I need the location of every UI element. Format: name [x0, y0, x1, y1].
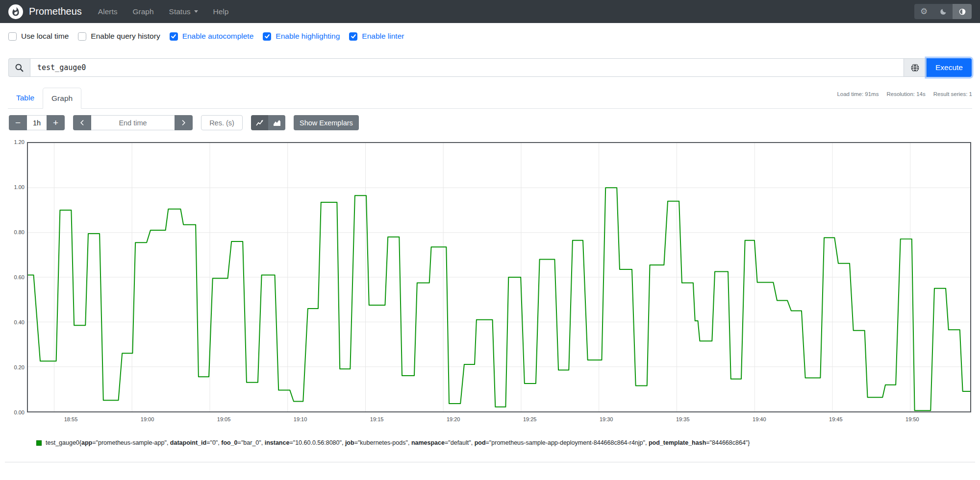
- auto-theme-button[interactable]: [953, 4, 972, 19]
- checkbox[interactable]: [170, 32, 178, 41]
- nav-alerts[interactable]: Alerts: [98, 7, 118, 16]
- chevron-left-icon: [79, 120, 85, 126]
- dark-theme-button[interactable]: [933, 4, 953, 19]
- graph-panel: − + Show Exemplars 0.000.200.400.600.801…: [5, 109, 975, 462]
- tab-table[interactable]: Table: [8, 88, 43, 108]
- query-bar: Execute: [8, 58, 972, 77]
- settings-button[interactable]: ⚙: [914, 4, 933, 19]
- checkbox[interactable]: [349, 32, 357, 41]
- x-tick-label: 19:00: [141, 416, 154, 422]
- query-stats: Load time: 91ms Resolution: 14s Result s…: [837, 91, 972, 97]
- tab-graph[interactable]: Graph: [43, 88, 81, 109]
- brand-title: Prometheus: [29, 6, 82, 17]
- nav-links: Alerts Graph Status Help: [98, 7, 229, 16]
- checkbox[interactable]: [78, 32, 86, 41]
- search-icon: [8, 58, 30, 77]
- y-tick-label: 0.80: [14, 229, 25, 235]
- tab-bar: Table Graph Load time: 91ms Resolution: …: [8, 88, 972, 109]
- back-time-button[interactable]: [73, 115, 91, 130]
- series-label: test_gauge0{app="prometheus-sample-app",…: [46, 439, 750, 446]
- navbar: Prometheus Alerts Graph Status Help ⚙: [0, 0, 980, 23]
- x-tick-label: 19:05: [217, 416, 231, 422]
- x-tick-label: 19:10: [294, 416, 307, 422]
- chevron-right-icon: [180, 120, 187, 126]
- check-icon: [264, 33, 270, 39]
- nav-help[interactable]: Help: [213, 7, 229, 16]
- prometheus-logo-icon: [8, 4, 23, 19]
- line-chart-icon: [256, 120, 264, 126]
- options-row: Use local timeEnable query historyEnable…: [8, 32, 980, 41]
- theme-switcher: ⚙: [914, 4, 972, 19]
- nav-graph[interactable]: Graph: [132, 7, 153, 16]
- y-tick-label: 0.60: [14, 274, 25, 280]
- option-checkbox-enable-highlighting[interactable]: Enable highlighting: [263, 32, 340, 41]
- gear-icon: ⚙: [920, 7, 928, 16]
- stacked-chart-icon: [273, 120, 281, 126]
- x-tick-label: 19:45: [829, 416, 843, 422]
- y-tick-label: 0.00: [14, 409, 25, 415]
- nav-status[interactable]: Status: [169, 7, 198, 16]
- decrease-range-button[interactable]: −: [9, 115, 27, 130]
- contrast-icon: [958, 8, 966, 16]
- checkbox[interactable]: [8, 32, 17, 41]
- increase-range-button[interactable]: +: [47, 115, 65, 130]
- range-group: − +: [9, 115, 65, 130]
- option-label: Enable query history: [91, 32, 160, 41]
- y-tick-label: 0.40: [14, 319, 25, 325]
- resolution: Resolution: 14s: [886, 91, 925, 97]
- x-tick-label: 19:15: [370, 416, 384, 422]
- chart-type-group: [251, 115, 285, 130]
- series-line: [28, 188, 970, 410]
- plot-area[interactable]: [27, 142, 971, 412]
- option-checkbox-use-local-time[interactable]: Use local time: [8, 32, 69, 41]
- x-tick-label: 19:50: [905, 416, 919, 422]
- globe-icon: [910, 63, 920, 72]
- load-time: Load time: 91ms: [837, 91, 879, 97]
- y-tick-label: 1.00: [14, 184, 25, 190]
- checkbox[interactable]: [263, 32, 271, 41]
- option-label: Enable autocomplete: [182, 32, 254, 41]
- metrics-explorer-button[interactable]: [904, 58, 927, 77]
- chart: 0.000.200.400.600.801.001.20 18:5519:001…: [9, 142, 971, 425]
- end-time-input[interactable]: [91, 115, 175, 130]
- forward-time-button[interactable]: [175, 115, 193, 130]
- y-tick-label: 0.20: [14, 364, 25, 370]
- option-checkbox-enable-autocomplete[interactable]: Enable autocomplete: [170, 32, 254, 41]
- x-tick-label: 18:55: [64, 416, 78, 422]
- caret-down-icon: [194, 10, 198, 13]
- series-color-swatch: [36, 440, 42, 446]
- result-series: Result series: 1: [933, 91, 972, 97]
- option-label: Use local time: [21, 32, 69, 41]
- line-chart-toggle[interactable]: [251, 115, 268, 130]
- brand[interactable]: Prometheus: [8, 4, 82, 19]
- option-label: Enable highlighting: [276, 32, 340, 41]
- nav-status-label: Status: [169, 7, 191, 16]
- x-tick-label: 19:20: [447, 416, 460, 422]
- series-legend-item[interactable]: test_gauge0{app="prometheus-sample-app",…: [36, 439, 975, 446]
- x-axis: 18:5519:0019:0519:1019:1519:2019:2519:30…: [45, 415, 971, 425]
- check-icon: [171, 33, 176, 39]
- range-input[interactable]: [27, 115, 47, 130]
- execute-button[interactable]: Execute: [927, 58, 972, 77]
- x-tick-label: 19:40: [753, 416, 766, 422]
- option-label: Enable linter: [362, 32, 404, 41]
- end-time-group: [73, 115, 193, 130]
- x-tick-label: 19:25: [523, 416, 537, 422]
- y-axis: 0.000.200.400.600.801.001.20: [9, 142, 25, 412]
- show-exemplars-button[interactable]: Show Exemplars: [294, 115, 359, 130]
- check-icon: [351, 33, 356, 39]
- x-tick-label: 19:35: [676, 416, 690, 422]
- moon-icon: [939, 8, 947, 16]
- graph-controls: − + Show Exemplars: [9, 115, 971, 130]
- option-checkbox-enable-linter[interactable]: Enable linter: [349, 32, 404, 41]
- stacked-chart-toggle[interactable]: [268, 115, 285, 130]
- option-checkbox-enable-query-history[interactable]: Enable query history: [78, 32, 160, 41]
- resolution-input[interactable]: [201, 115, 243, 130]
- y-tick-label: 1.20: [14, 139, 25, 145]
- x-tick-label: 19:30: [600, 416, 613, 422]
- query-input[interactable]: [30, 58, 904, 77]
